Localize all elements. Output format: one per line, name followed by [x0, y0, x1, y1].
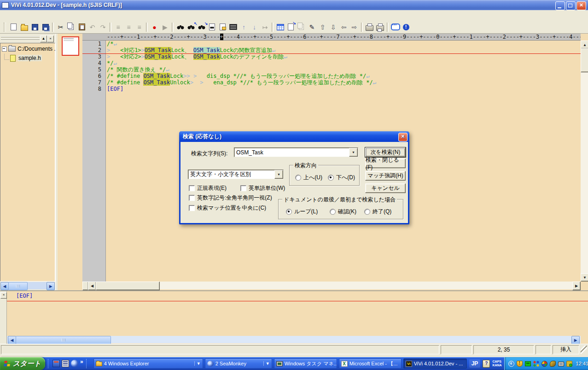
radio-icon[interactable]: [286, 209, 292, 215]
edit-properties-button[interactable]: ✎: [307, 22, 317, 32]
regex-checkbox[interactable]: 正規表現(E): [189, 184, 227, 192]
find-in-files-button[interactable]: [207, 22, 217, 32]
output-hscrollbar[interactable]: ◀ ▶: [7, 336, 581, 343]
tree-panel-grip[interactable]: [1, 36, 40, 41]
scroll-left-arrow-icon[interactable]: ◀: [88, 282, 96, 290]
radio-icon[interactable]: [330, 209, 336, 215]
scroll-right-button[interactable]: ⇨: [349, 22, 360, 32]
quick-launch-app2-icon[interactable]: [62, 360, 69, 367]
record-macro-button[interactable]: ●: [149, 22, 160, 32]
page-thumbnail[interactable]: [62, 36, 79, 56]
security-alert-icon[interactable]: [517, 361, 523, 367]
task-task-manager-button[interactable]: Windows タスク マネ...: [274, 358, 337, 369]
tree-file-item[interactable]: sample.h: [0, 54, 55, 62]
center-match-checkbox[interactable]: 検索マッチ位置を中央に(C): [189, 204, 266, 212]
close-button[interactable]: [576, 1, 586, 10]
search-and-close-button[interactable]: 検索・閉じる(F): [365, 159, 406, 168]
resize-grip[interactable]: [581, 346, 587, 354]
quit-radio[interactable]: 終了(Q): [364, 208, 391, 216]
grep-button[interactable]: [217, 22, 228, 32]
file-tree[interactable]: C:/Documents . sample.h: [0, 43, 55, 282]
case-sensitivity-combo[interactable]: 英大文字・小文字を区別 ▼: [188, 170, 284, 179]
editor-hscroll-thumb[interactable]: [96, 282, 160, 290]
tree-hscroll-thumb[interactable]: [8, 282, 28, 290]
language-indicator[interactable]: JP: [469, 359, 481, 368]
confirm-radio[interactable]: 確認(K): [330, 208, 356, 216]
find-button[interactable]: [175, 22, 186, 32]
whole-word-checkbox[interactable]: 英単語単位(W): [240, 184, 285, 192]
update-badge-icon[interactable]: [566, 361, 572, 367]
collapse-expander-icon[interactable]: [2, 47, 7, 52]
radio-icon[interactable]: [328, 175, 334, 181]
scroll-up-arrow-icon[interactable]: ▲: [581, 41, 588, 49]
search-settings-button[interactable]: [228, 22, 239, 32]
display-settings-icon[interactable]: [525, 361, 531, 366]
combo-dropdown-arrow-icon[interactable]: ▼: [274, 170, 283, 179]
tree-close-button[interactable]: ×: [47, 35, 54, 42]
minimize-button[interactable]: [555, 1, 565, 10]
direction-down-radio[interactable]: 下へ(D): [328, 174, 355, 182]
line-number-gutter[interactable]: 12345678: [82, 41, 106, 282]
paste-button[interactable]: [76, 22, 87, 32]
version-comment-button[interactable]: [390, 22, 401, 32]
output-close-button[interactable]: ×: [0, 292, 7, 299]
scroll-down-button[interactable]: ⇩: [328, 22, 338, 32]
find-next-button[interactable]: 次を検索(N): [365, 147, 406, 157]
output-scroll-right-arrow-icon[interactable]: ▶: [571, 336, 580, 344]
title-bar[interactable]: ViVi 4.01.012.Dev - [sample.h (SJIS CRLF…: [0, 0, 588, 11]
tree-panel-header[interactable]: ▲ ×: [0, 35, 55, 43]
combo-dropdown-arrow-icon[interactable]: ▼: [349, 148, 358, 157]
editor-hscrollbar[interactable]: ◀ ▶: [82, 282, 581, 289]
checkbox-icon[interactable]: [189, 185, 195, 191]
tree-collapse-button[interactable]: ▲: [40, 35, 47, 42]
loop-radio[interactable]: ループ(L): [286, 208, 318, 216]
tree-root-item[interactable]: C:/Documents .: [0, 45, 55, 53]
radio-icon[interactable]: [295, 175, 301, 181]
case-sensitivity-value[interactable]: 英大文字・小文字を区別: [188, 170, 274, 178]
cancel-button[interactable]: キャンセル: [365, 183, 406, 193]
color-palette-icon[interactable]: [533, 361, 539, 367]
column-ruler[interactable]: ----+----1----+----2----+----3----+----4…: [82, 34, 581, 41]
start-button[interactable]: スタート: [0, 357, 45, 370]
editor-vscroll-thumb[interactable]: [581, 48, 588, 72]
dialog-close-button[interactable]: ×: [398, 133, 408, 141]
jump-next-button[interactable]: ↓: [249, 22, 260, 32]
task-vivi-button[interactable]: ViVi 4.01.012.Dev - ...: [403, 358, 467, 369]
monitor-app-icon[interactable]: [558, 362, 564, 366]
copy-button[interactable]: [66, 22, 76, 32]
new-window-button[interactable]: [285, 22, 296, 32]
search-string-combo[interactable]: OSM_Task ▼: [234, 147, 358, 157]
save-file-button[interactable]: [29, 22, 40, 32]
editor-vscrollbar[interactable]: ▲ ▼: [581, 41, 588, 282]
save-all-button[interactable]: [40, 22, 51, 32]
checkbox-icon[interactable]: [189, 195, 195, 201]
group-dropdown-arrow-icon[interactable]: ▼: [194, 361, 201, 366]
task-excel-button[interactable]: Microsoft Excel - 【...: [339, 358, 402, 369]
hide-icons-chevron-icon[interactable]: [508, 361, 514, 367]
checkbox-icon[interactable]: [240, 185, 246, 191]
restore-button[interactable]: [566, 1, 576, 10]
tree-scroll-right-arrow-icon[interactable]: ▶: [47, 282, 55, 290]
cut-button[interactable]: ✂: [55, 22, 66, 32]
scroll-right-arrow-icon[interactable]: ▶: [572, 282, 581, 290]
scroll-down-arrow-icon[interactable]: ▼: [581, 273, 588, 282]
dialog-title-bar[interactable]: 検索 (応答なし) ×: [179, 131, 409, 142]
checkbox-icon[interactable]: [189, 205, 195, 211]
tree-scroll-left-arrow-icon[interactable]: ◀: [0, 282, 9, 290]
quick-launch-app1-icon[interactable]: [52, 360, 60, 367]
task-seamonkey-button[interactable]: 2 SeaMonkey▼: [205, 358, 272, 369]
taskbar-clock[interactable]: 12:41: [576, 361, 588, 366]
open-file-button[interactable]: [19, 22, 29, 32]
radio-icon[interactable]: [364, 209, 370, 215]
bird-app-icon[interactable]: [550, 361, 556, 367]
quick-launch-grip[interactable]: [86, 359, 88, 368]
csv-mode-button[interactable]: [275, 22, 285, 32]
jump-prev-button[interactable]: ↑: [239, 22, 249, 32]
quick-launch-seamonkey-icon[interactable]: [71, 360, 78, 367]
scroll-left-button[interactable]: ⇦: [338, 22, 349, 32]
pinwheel-app-icon[interactable]: [541, 361, 547, 367]
find-prev-button[interactable]: [186, 22, 196, 32]
task-windows-explorer-button[interactable]: 4 Windows Explorer▼: [93, 358, 203, 369]
zenkaku-checkbox[interactable]: 英数字記号:全角半角同一視(Z): [189, 194, 272, 202]
about-vivi-button[interactable]: [401, 22, 411, 32]
